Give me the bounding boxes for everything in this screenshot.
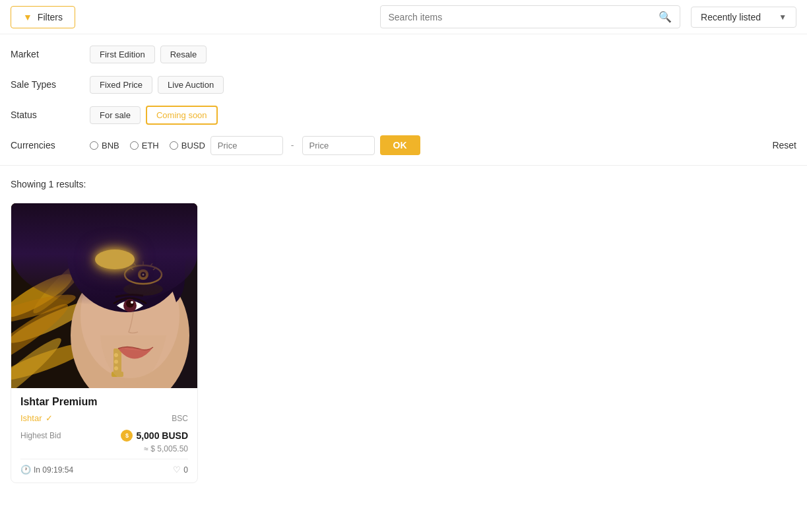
timer-value: In 09:19:54 (34, 465, 73, 475)
busd-icon: $ (121, 430, 133, 442)
status-for-sale[interactable]: For sale (90, 106, 141, 124)
svg-line-24 (150, 263, 152, 267)
likes-count: 0 (183, 465, 188, 475)
market-label: Market (11, 49, 90, 59)
sale-types-options: Fixed Price Live Auction (90, 76, 796, 94)
status-filter-row: Status For sale Coming soon (11, 103, 796, 127)
chevron-down-icon: ▼ (779, 13, 787, 22)
results-section: Showing 1 results: (0, 166, 807, 496)
market-options: First Edition Resale (90, 46, 796, 63)
reset-button[interactable]: Reset (772, 140, 796, 150)
currency-busd[interactable]: BUSD (170, 141, 205, 150)
search-icon: 🔍 (659, 11, 672, 22)
price-to-input[interactable] (302, 136, 375, 155)
svg-point-18 (125, 265, 162, 284)
sale-live-auction[interactable]: Live Auction (158, 76, 224, 94)
currencies-options: BNB ETH BUSD - OK (90, 135, 772, 155)
card-timer: 🕐 In 09:19:54 (20, 465, 73, 475)
filter-button[interactable]: ▼ Filters (11, 6, 75, 28)
sale-types-label: Sale Types (11, 79, 90, 90)
currency-radio-group: BNB ETH BUSD (90, 141, 205, 150)
currencies-filter-row: Currencies BNB ETH BUSD - OK (11, 133, 796, 157)
svg-line-23 (134, 263, 137, 267)
currencies-label: Currencies (11, 140, 90, 150)
bid-amount: $ 5,000 BUSD (121, 430, 188, 442)
currency-busd-radio[interactable] (170, 141, 178, 150)
creator-name: Ishtar (20, 413, 42, 423)
card-likes: ♡ 0 (173, 465, 188, 475)
search-wrapper: 🔍 (380, 5, 681, 28)
svg-point-29 (131, 301, 133, 304)
market-filter-row: Market First Edition Resale (11, 42, 796, 66)
sale-types-filter-row: Sale Types Fixed Price Live Auction (11, 73, 796, 96)
bid-value: 5,000 BUSD (136, 430, 188, 441)
card-image (11, 203, 197, 388)
svg-point-11 (67, 203, 186, 312)
cards-grid: Ishtar Premium Ishtar ✓ BSC Highest Bid … (11, 203, 796, 483)
bid-label: Highest Bid (20, 431, 61, 440)
svg-point-17 (123, 283, 163, 296)
search-input[interactable] (389, 12, 659, 22)
sale-fixed-price[interactable]: Fixed Price (90, 76, 152, 94)
card-footer: 🕐 In 09:19:54 ♡ 0 (20, 459, 188, 475)
status-options: For sale Coming soon (90, 106, 796, 125)
status-label: Status (11, 110, 90, 120)
ok-button[interactable]: OK (380, 135, 420, 155)
card-body: Ishtar Premium Ishtar ✓ BSC Highest Bid … (11, 388, 197, 482)
status-coming-soon[interactable]: Coming soon (146, 106, 218, 125)
card-creator-row: Ishtar ✓ BSC (20, 413, 188, 423)
svg-point-21 (143, 274, 145, 276)
market-resale[interactable]: Resale (160, 46, 207, 63)
currency-eth-label: ETH (142, 141, 159, 150)
sort-dropdown[interactable]: Recently listed ▼ (691, 7, 796, 28)
verified-icon: ✓ (46, 413, 53, 423)
svg-point-28 (126, 300, 134, 308)
currency-bnb[interactable]: BNB (90, 141, 119, 150)
currency-busd-label: BUSD (181, 141, 205, 150)
svg-point-19 (138, 269, 148, 280)
card-chain: BSC (172, 414, 188, 423)
market-first-edition[interactable]: First Edition (90, 46, 155, 63)
price-separator: - (291, 140, 294, 150)
currency-eth[interactable]: ETH (130, 141, 159, 150)
currency-bnb-label: BNB (102, 141, 119, 150)
card-bid-row: Highest Bid $ 5,000 BUSD (20, 430, 188, 442)
card-artwork-svg (11, 203, 197, 388)
card-title: Ishtar Premium (20, 396, 188, 408)
nft-card[interactable]: Ishtar Premium Ishtar ✓ BSC Highest Bid … (11, 203, 198, 483)
card-artwork (11, 203, 197, 388)
card-creator: Ishtar ✓ (20, 413, 53, 423)
currency-eth-radio[interactable] (130, 141, 139, 150)
price-from-input[interactable] (210, 136, 283, 155)
top-bar: ▼ Filters 🔍 Recently listed ▼ (0, 0, 807, 34)
search-button[interactable]: 🔍 (659, 11, 672, 23)
clock-icon: 🕐 (20, 465, 31, 475)
usd-approx: ≈ $ 5,005.50 (20, 444, 188, 453)
heart-icon: ♡ (173, 465, 181, 475)
results-count: Showing 1 results: (11, 179, 796, 189)
filter-icon: ▼ (23, 12, 32, 22)
filter-panel: Market First Edition Resale Sale Types F… (0, 34, 807, 166)
svg-line-25 (130, 267, 133, 270)
filter-label: Filters (38, 12, 63, 22)
sort-label: Recently listed (701, 12, 773, 22)
svg-line-26 (153, 267, 156, 270)
currency-bnb-radio[interactable] (90, 141, 98, 150)
svg-point-20 (141, 272, 146, 277)
